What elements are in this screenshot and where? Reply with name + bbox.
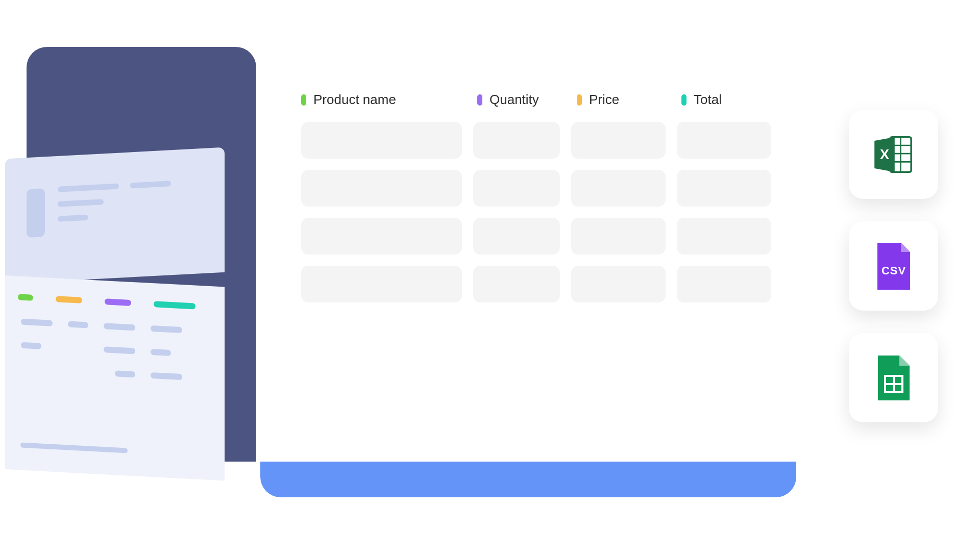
col-label: Quantity xyxy=(489,92,539,108)
table-cell xyxy=(677,170,771,207)
mini-col-purple xyxy=(105,298,131,306)
table-cell xyxy=(301,266,462,302)
google-sheets-icon xyxy=(875,353,913,402)
document-footer-line xyxy=(20,443,128,453)
table-cell xyxy=(473,122,560,159)
table-cell xyxy=(473,218,560,255)
table-row xyxy=(301,218,791,255)
table-row xyxy=(301,170,791,207)
column-color-dot xyxy=(477,94,482,106)
col-header-price: Price xyxy=(577,92,681,108)
export-options: X CSV xyxy=(849,110,938,422)
base-bar xyxy=(260,462,796,497)
column-color-dot xyxy=(681,94,687,106)
col-header-total: Total xyxy=(681,92,786,108)
export-csv-button[interactable]: CSV xyxy=(849,221,938,311)
col-label: Price xyxy=(589,92,619,108)
excel-icon: X xyxy=(871,132,917,177)
table-cell xyxy=(677,266,771,302)
table-header-row: Product name Quantity Price Total xyxy=(301,92,791,108)
export-excel-button[interactable]: X xyxy=(849,110,938,199)
col-header-quantity: Quantity xyxy=(477,92,577,108)
table-cell xyxy=(301,218,462,255)
table-cell xyxy=(571,122,666,159)
document-flap-bottom xyxy=(5,275,225,481)
table-cell xyxy=(473,266,560,302)
svg-text:CSV: CSV xyxy=(881,264,905,277)
table-cell xyxy=(301,170,462,207)
export-sheets-button[interactable] xyxy=(849,333,938,422)
col-header-product-name: Product name xyxy=(301,92,477,108)
table-cell xyxy=(571,170,666,207)
mini-col-yellow xyxy=(56,296,82,303)
data-table: Product name Quantity Price Total xyxy=(301,92,791,314)
table-cell xyxy=(571,266,666,302)
table-cell xyxy=(677,218,771,255)
svg-text:X: X xyxy=(879,147,889,162)
table-row xyxy=(301,122,791,159)
column-color-dot xyxy=(301,94,306,106)
table-row xyxy=(301,266,791,302)
document-thumb xyxy=(27,188,45,238)
mini-col-green xyxy=(18,294,33,301)
column-color-dot xyxy=(577,94,582,106)
col-label: Total xyxy=(694,92,722,108)
col-label: Product name xyxy=(313,92,396,108)
table-cell xyxy=(677,122,771,159)
table-cell xyxy=(571,218,666,255)
mini-col-teal xyxy=(154,301,195,309)
table-cell xyxy=(301,122,462,159)
table-cell xyxy=(473,170,560,207)
csv-file-icon: CSV xyxy=(873,241,914,292)
